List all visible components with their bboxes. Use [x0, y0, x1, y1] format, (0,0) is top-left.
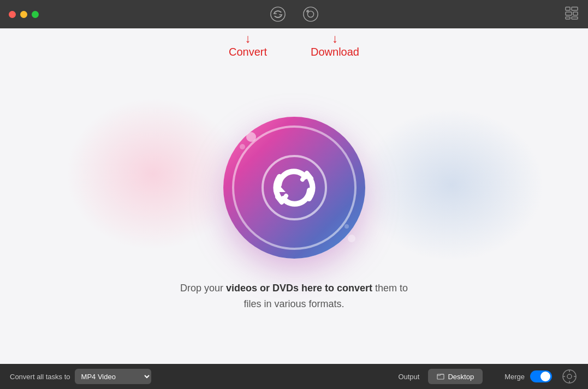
svg-rect-7 [573, 12, 578, 15]
svg-rect-5 [572, 7, 578, 10]
bokeh-4 [345, 224, 349, 229]
svg-rect-4 [566, 7, 570, 10]
convert-circle [223, 117, 365, 259]
settings-icon-button[interactable] [561, 368, 578, 385]
output-value: Desktop [448, 373, 474, 381]
annotation-area: ↓ Convert ↓ Download [0, 28, 588, 65]
svg-point-2 [307, 11, 313, 17]
blob-pink [66, 98, 240, 250]
merge-toggle[interactable] [530, 370, 552, 382]
titlebar [0, 0, 588, 28]
drop-text-bold: videos or DVDs here to convert [226, 283, 372, 294]
minimize-button[interactable] [20, 11, 27, 18]
convert-nav-button[interactable] [268, 4, 288, 24]
merge-section: Merge [504, 370, 552, 382]
convert-label: Convert [229, 46, 267, 58]
convert-annotation: ↓ Convert [229, 33, 267, 58]
bokeh-2 [240, 144, 245, 149]
output-label: Output [398, 373, 419, 381]
svg-point-10 [263, 156, 326, 219]
blob-blue [359, 109, 544, 261]
bokeh-1 [246, 132, 256, 142]
download-nav-button[interactable] [301, 4, 320, 24]
download-label: Download [311, 46, 359, 58]
download-arrow: ↓ [332, 33, 338, 45]
format-select[interactable]: MP4 Video MOV AVI MKV MP3 AAC [75, 369, 151, 384]
bottom-bar: Convert all tasks to MP4 Video MOV AVI M… [0, 364, 588, 389]
output-button[interactable]: Desktop [428, 369, 483, 384]
output-section: Output Desktop [398, 369, 483, 384]
svg-rect-9 [572, 17, 578, 19]
maximize-button[interactable] [32, 11, 39, 18]
svg-point-0 [270, 7, 284, 21]
titlebar-right [564, 5, 579, 23]
close-button[interactable] [9, 11, 16, 18]
download-annotation: ↓ Download [311, 33, 359, 58]
bokeh-3 [348, 235, 355, 242]
titlebar-nav [268, 4, 320, 24]
svg-point-13 [567, 374, 572, 379]
svg-rect-8 [566, 17, 570, 19]
main-content: Drop your videos or DVDs here to convert… [0, 65, 588, 364]
recycle-icon [259, 152, 330, 223]
svg-rect-6 [566, 12, 572, 15]
center-icon[interactable] [223, 117, 365, 259]
svg-point-1 [303, 7, 317, 21]
settings-icon [562, 369, 577, 384]
drop-text: Drop your videos or DVDs here to convert… [180, 280, 408, 312]
convert-arrow: ↓ [245, 33, 251, 45]
grid-icon[interactable] [564, 5, 579, 23]
merge-label: Merge [504, 373, 525, 381]
folder-icon [437, 373, 444, 380]
traffic-lights [9, 11, 39, 18]
convert-tasks-label: Convert all tasks to [10, 373, 70, 381]
